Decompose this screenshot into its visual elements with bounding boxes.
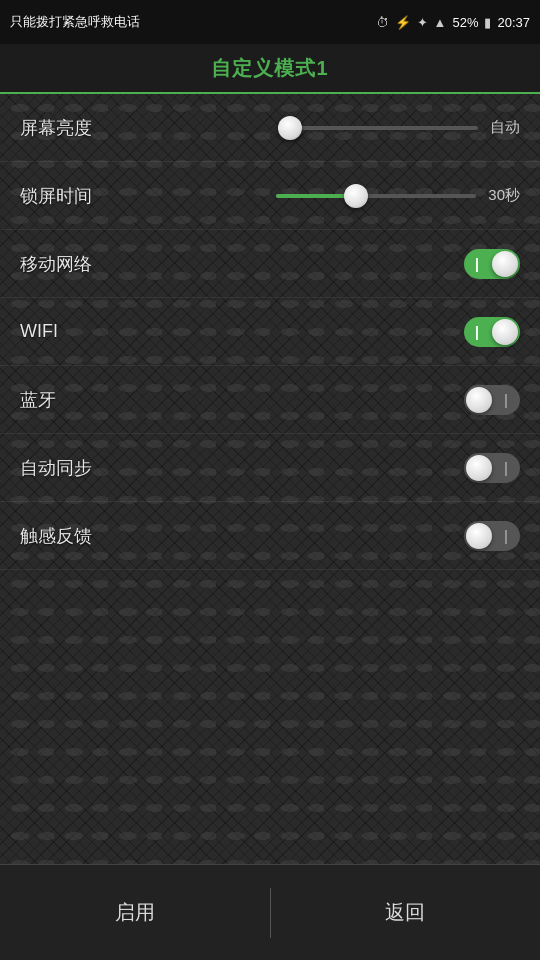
brightness-label: 屏幕亮度: [20, 116, 92, 140]
auto-sync-thumb: [466, 455, 492, 481]
back-button[interactable]: 返回: [271, 865, 541, 960]
brightness-slider-container: [278, 126, 478, 130]
lock-time-slider-container: [276, 194, 476, 198]
time-text: 20:37: [497, 15, 530, 30]
lock-time-control: 30秒: [276, 186, 520, 205]
mobile-network-label: 移动网络: [20, 252, 92, 276]
auto-sync-toggle[interactable]: [464, 453, 520, 483]
enable-button[interactable]: 启用: [0, 865, 270, 960]
brightness-value: 自动: [490, 118, 520, 137]
lock-time-label: 锁屏时间: [20, 184, 92, 208]
brightness-row: 屏幕亮度 自动: [0, 94, 540, 162]
wifi-row: WIFI: [0, 298, 540, 366]
mobile-network-toggle[interactable]: [464, 249, 520, 279]
brightness-thumb[interactable]: [278, 116, 302, 140]
status-right: ⏱ ⚡ ✦ ▲ 52% ▮ 20:37: [376, 15, 530, 30]
auto-sync-label: 自动同步: [20, 456, 92, 480]
enable-label: 启用: [115, 899, 155, 926]
haptic-feedback-thumb: [466, 523, 492, 549]
bluetooth-toggle[interactable]: [464, 385, 520, 415]
bluetooth-icon: ✦: [417, 15, 428, 30]
bottom-bar: 启用 返回: [0, 864, 540, 960]
bluetooth-thumb: [466, 387, 492, 413]
haptic-feedback-label: 触感反馈: [20, 524, 92, 548]
bluetooth-row: 蓝牙: [0, 366, 540, 434]
battery-text: 52%: [452, 15, 478, 30]
status-bar: 只能拨打紧急呼救电话 ⏱ ⚡ ✦ ▲ 52% ▮ 20:37: [0, 0, 540, 44]
wifi-toggle[interactable]: [464, 317, 520, 347]
lock-time-slider-track[interactable]: [276, 194, 476, 198]
lock-time-row: 锁屏时间 30秒: [0, 162, 540, 230]
haptic-feedback-toggle[interactable]: [464, 521, 520, 551]
battery-icon: ▮: [484, 15, 491, 30]
usb-icon: ⚡: [395, 15, 411, 30]
wifi-icon: ▲: [434, 15, 447, 30]
brightness-slider-track[interactable]: [278, 126, 478, 130]
emergency-text: 只能拨打紧急呼救电话: [10, 13, 140, 31]
brightness-control: 自动: [278, 118, 520, 137]
mobile-network-row: 移动网络: [0, 230, 540, 298]
lock-time-thumb[interactable]: [344, 184, 368, 208]
auto-sync-row: 自动同步: [0, 434, 540, 502]
back-label: 返回: [385, 899, 425, 926]
haptic-feedback-row: 触感反馈: [0, 502, 540, 570]
title-bar: 自定义模式1: [0, 44, 540, 94]
app-icon: ⏱: [376, 15, 389, 30]
lock-time-value: 30秒: [488, 186, 520, 205]
main-content: 屏幕亮度 自动 锁屏时间 30秒 移动网络: [0, 94, 540, 864]
page-title: 自定义模式1: [211, 55, 328, 82]
wifi-label: WIFI: [20, 321, 58, 342]
mobile-network-thumb: [492, 251, 518, 277]
wifi-thumb: [492, 319, 518, 345]
bluetooth-label: 蓝牙: [20, 388, 56, 412]
